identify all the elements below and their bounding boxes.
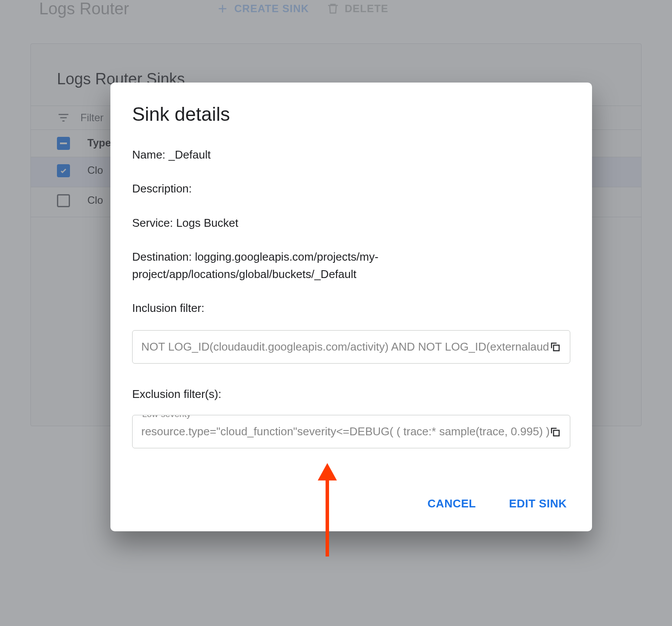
sink-details-dialog: Sink details Name: _Default Description:…	[110, 83, 592, 531]
copy-inclusion-button[interactable]	[548, 340, 562, 354]
destination-label: Destination:	[132, 250, 192, 263]
exclusion-filter-value: resource.type="cloud_function"severity<=…	[141, 425, 550, 438]
copy-icon	[549, 426, 561, 438]
exclusion-filter-box: Low-severity resource.type="cloud_functi…	[132, 415, 570, 448]
name-field: Name: _Default	[132, 146, 570, 163]
description-label: Description:	[132, 182, 192, 195]
description-field: Description:	[132, 180, 570, 197]
inclusion-filter-value: NOT LOG_ID(cloudaudit.googleapis.com/act…	[141, 340, 549, 353]
inclusion-label: Inclusion filter:	[132, 299, 570, 317]
service-value: Logs Bucket	[176, 216, 238, 229]
copy-exclusion-button[interactable]	[548, 425, 562, 439]
name-value: _Default	[169, 148, 211, 161]
dialog-actions: CANCEL EDIT SINK	[132, 492, 570, 516]
inclusion-filter-box: NOT LOG_ID(cloudaudit.googleapis.com/act…	[132, 330, 570, 364]
destination-field: Destination: logging.googleapis.com/proj…	[132, 248, 570, 283]
exclusion-legend: Low-severity	[139, 415, 194, 419]
copy-icon	[549, 341, 561, 353]
name-label: Name:	[132, 148, 166, 161]
cancel-button[interactable]: CANCEL	[424, 492, 479, 516]
exclusion-label: Exclusion filter(s):	[132, 385, 570, 403]
dialog-title: Sink details	[132, 103, 570, 125]
svg-rect-0	[554, 345, 559, 351]
svg-rect-1	[554, 430, 559, 436]
edit-sink-button[interactable]: EDIT SINK	[506, 492, 570, 516]
service-label: Service:	[132, 216, 173, 229]
service-field: Service: Logs Bucket	[132, 214, 570, 232]
